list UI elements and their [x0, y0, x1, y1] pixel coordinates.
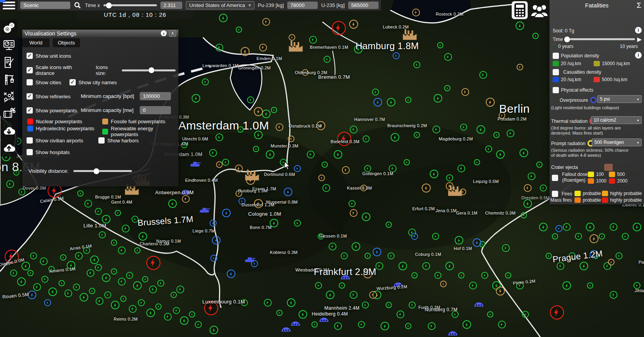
- city-label: Munster 0.3M: [271, 144, 299, 148]
- population-density-checkbox[interactable]: [553, 53, 559, 59]
- time-max-label: 10 years: [620, 44, 638, 49]
- population-density-info-icon[interactable]: i: [635, 52, 642, 59]
- fallout-dose-checkbox[interactable]: [552, 175, 558, 181]
- document-pencil-icon: [2, 56, 16, 69]
- city-label: Rouen 0.5M: [2, 291, 29, 300]
- show-hospitals-label: Show hospitals: [36, 149, 69, 155]
- sidebar-item-settings[interactable]: [0, 20, 18, 37]
- show-city-names-checkbox[interactable]: [69, 79, 76, 85]
- city-label: Erfurt 0.2M: [412, 206, 435, 211]
- hydro-legend-swatch: [27, 126, 33, 131]
- crane-icon: [2, 73, 16, 86]
- prompt-select[interactable]: 500 Roentgen ▾: [592, 138, 642, 146]
- scenario-name-input[interactable]: [20, 2, 70, 9]
- show-unit-icons-checkbox[interactable]: [27, 53, 33, 59]
- population-density-label: Population density: [561, 53, 599, 59]
- tab-objects[interactable]: Objects: [53, 38, 80, 47]
- panel-title: Visualisation Settings: [25, 30, 76, 37]
- play-icon[interactable]: ▶: [637, 36, 642, 42]
- thermal-select[interactable]: 10 cal/cm2 ▾: [591, 116, 642, 124]
- fallout-500-swatch: [609, 172, 615, 177]
- sidebar-item-strategy[interactable]: [0, 88, 18, 105]
- u235-input[interactable]: [348, 2, 379, 9]
- cas-high-swatch: [594, 77, 600, 82]
- city-label: Nurnberg 0.7M: [425, 307, 457, 312]
- time-multiplier-slider[interactable]: [103, 4, 157, 6]
- fires-checkbox[interactable]: [552, 191, 558, 197]
- cloud-download-icon: [2, 124, 16, 138]
- fatalities-time-slider-thumb[interactable]: [564, 36, 570, 42]
- fatalities-panel: Fatalities Σ Soot: 0 Tg i Time ▶ 0 years…: [550, 0, 644, 204]
- city-label: Wurzburg 0.2M: [376, 284, 407, 291]
- population-button[interactable]: [529, 2, 550, 20]
- city-label: Dresden 0.5M: [521, 195, 550, 200]
- city-label: Cologne 1.0M: [248, 211, 281, 217]
- icons-size-label: Icons size:: [96, 64, 119, 76]
- soot-info-icon[interactable]: i: [635, 27, 642, 34]
- city-label: Pardubice: [639, 260, 644, 264]
- city-label: Liege 0.7M: [192, 229, 215, 233]
- casualties-density-checkbox[interactable]: [553, 69, 559, 75]
- city-label: Brussels 1.7M: [137, 214, 194, 228]
- sidebar-item-construction[interactable]: [0, 71, 18, 88]
- chevron-down-icon: ▾: [635, 118, 639, 122]
- thermal-radiation-label: Thermal radiation: [551, 119, 587, 124]
- min-capacity-mw-input[interactable]: [140, 106, 171, 114]
- icons-size-slider[interactable]: [122, 69, 176, 71]
- city-label: Amiens 0.1M: [49, 266, 76, 274]
- sidebar-item-download[interactable]: [0, 122, 18, 140]
- city-label: Emden 0.1M: [256, 56, 282, 61]
- sidebar-item-statistics[interactable]: [0, 37, 18, 54]
- calculator-button[interactable]: [512, 1, 528, 19]
- visibility-distance-slider[interactable]: [73, 170, 132, 172]
- fossil-legend-swatch: [102, 119, 108, 124]
- show-hospitals-checkbox[interactable]: [27, 149, 33, 155]
- city-label: Duisburg 1.3M: [238, 188, 267, 193]
- show-harbors-label: Show harbors: [107, 138, 139, 144]
- show-cities-checkbox[interactable]: [27, 79, 33, 85]
- tab-world[interactable]: World: [22, 38, 50, 47]
- show-unit-icons-label: Show unit icons: [36, 53, 71, 59]
- city-label: Hamburg 1.8M: [356, 41, 419, 51]
- chevron-down-icon: ▾: [635, 140, 639, 145]
- icons-size-slider-thumb[interactable]: [148, 67, 154, 73]
- sidebar-item-scenario-notes[interactable]: [0, 54, 18, 71]
- city-label: Reims 0.2M: [114, 317, 138, 321]
- top-toolbar: Time x United States of America ▾ Pu-239…: [18, 0, 381, 11]
- sigma-icon[interactable]: Σ: [637, 1, 641, 10]
- city-label: Eindhoven 0.4M: [185, 178, 218, 183]
- search-icon[interactable]: [74, 1, 82, 10]
- city-label: Luxembourg 0.1M: [202, 299, 245, 305]
- crater-ejecta-swatch: [604, 164, 613, 171]
- sidebar-item-media-editor[interactable]: [0, 105, 18, 122]
- casualties-density-label: Casualties density: [563, 69, 601, 75]
- country-select[interactable]: United States of America ▾: [186, 1, 254, 9]
- visualisation-settings-header[interactable]: Visualisation Settings i X: [22, 30, 178, 37]
- city-label: Giessen 0.1M: [319, 234, 347, 238]
- overpressure-select[interactable]: 5 psi ▾: [597, 95, 642, 103]
- min-capacity-bpd-input[interactable]: [140, 92, 171, 100]
- close-icon[interactable]: X: [169, 30, 176, 37]
- physical-effects-checkbox[interactable]: [553, 87, 559, 93]
- visibility-distance-slider-thumb[interactable]: [93, 168, 99, 174]
- info-icon[interactable]: i: [161, 30, 167, 36]
- time-multiplier-value[interactable]: [160, 2, 182, 9]
- fatalities-time-slider[interactable]: [565, 38, 635, 40]
- nuclear-legend-swatch: [27, 119, 33, 124]
- cas-low-label: 20 /sq.km: [561, 77, 581, 82]
- show-cities-label: Show cities: [36, 80, 61, 85]
- prompt-note-1: (Serious radiation sickness. 50% chance: [551, 148, 628, 153]
- hydro-legend-label: Hydroelectric powerplants: [36, 126, 94, 131]
- mass-fires-probable-swatch: [575, 197, 581, 203]
- time-multiplier-slider-thumb[interactable]: [106, 2, 112, 8]
- show-powerplants-checkbox[interactable]: [27, 107, 33, 114]
- city-label: Kassel 0.3M: [347, 186, 372, 190]
- crater-ejecta-label: Crater ejecta: [551, 165, 578, 170]
- pu239-input[interactable]: [287, 2, 318, 9]
- show-civilian-airports-label: Show civilian airports: [36, 138, 83, 144]
- show-refineries-checkbox[interactable]: [27, 93, 33, 99]
- sidebar-item-upload[interactable]: [0, 140, 18, 157]
- show-civilian-airports-checkbox[interactable]: [27, 137, 33, 144]
- show-harbors-checkbox[interactable]: [98, 137, 105, 144]
- scale-icons-checkbox[interactable]: [27, 67, 33, 73]
